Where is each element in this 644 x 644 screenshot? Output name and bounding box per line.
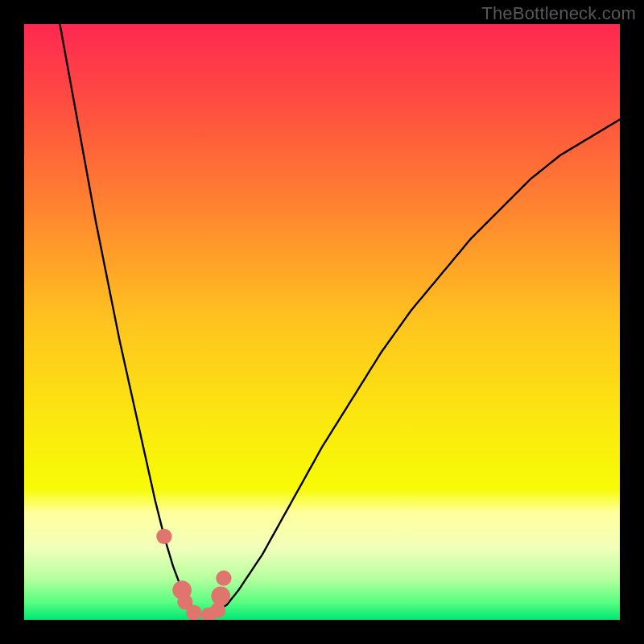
curve-marker bbox=[216, 571, 231, 586]
curve-marker bbox=[156, 529, 171, 544]
bottleneck-curve bbox=[60, 24, 620, 615]
curve-markers bbox=[156, 529, 231, 620]
curve-marker bbox=[211, 587, 230, 606]
watermark-text: TheBottleneck.com bbox=[481, 3, 636, 24]
plot-area bbox=[24, 24, 620, 620]
chart-svg bbox=[24, 24, 620, 620]
curve-marker bbox=[186, 605, 201, 621]
